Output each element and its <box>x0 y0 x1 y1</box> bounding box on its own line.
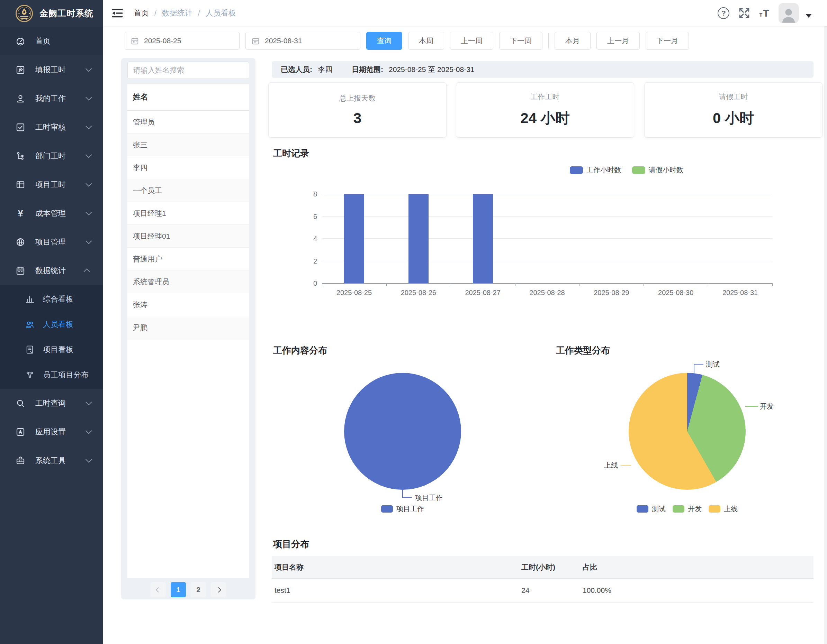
query-button[interactable]: 查询 <box>366 32 402 50</box>
chevron-down-icon <box>86 209 92 215</box>
page-button-1[interactable]: 1 <box>171 582 186 597</box>
scrollbar-track[interactable] <box>824 26 827 644</box>
sidebar-item[interactable]: 工时查询 <box>0 389 103 417</box>
people-panel: 姓名 管理员张三李四一个员工项目经理1项目经理01普通用户系统管理员张涛尹鹏 1… <box>121 58 256 599</box>
breadcrumb-section[interactable]: 数据统计 <box>162 8 192 18</box>
person-row[interactable]: 张三 <box>127 134 249 156</box>
sidebar-item[interactable]: 应用设置 <box>0 417 103 446</box>
collapse-sidebar-icon[interactable] <box>111 7 124 19</box>
legend-item[interactable]: 请假小时数 <box>632 165 683 175</box>
sidebar-subitem[interactable]: 员工项目分布 <box>0 362 103 387</box>
names-table: 姓名 管理员张三李四一个员工项目经理1项目经理01普通用户系统管理员张涛尹鹏 <box>127 84 249 578</box>
tree-icon <box>15 151 26 161</box>
sidebar-subitem[interactable]: 项目看板 <box>0 337 103 362</box>
breadcrumb-current: 人员看板 <box>206 8 236 18</box>
pie1-legend: 项目工作 <box>344 504 461 513</box>
sidebar-item[interactable]: 项目工时 <box>0 170 103 199</box>
project-col-header: 项目名称 <box>272 556 518 578</box>
quick-range-button[interactable]: 上一月 <box>596 32 640 50</box>
search-input[interactable] <box>127 62 249 79</box>
person-row[interactable]: 尹鹏 <box>127 316 249 339</box>
sidebar-item[interactable]: 首页 <box>0 26 103 55</box>
end-date-value: 2025-08-31 <box>265 37 302 45</box>
dropdown-caret-icon[interactable] <box>805 14 812 18</box>
legend-item[interactable]: 上线 <box>708 504 738 513</box>
legend-item[interactable]: 开发 <box>673 504 702 513</box>
bar-chart-title: 工时记录 <box>273 147 309 159</box>
user-icon <box>15 93 26 104</box>
fullscreen-icon[interactable] <box>738 7 750 19</box>
pie2-leader-line <box>694 364 704 364</box>
money-icon: ¥ <box>15 208 26 219</box>
legend-swatch <box>570 166 583 174</box>
date-range-label: 日期范围: <box>352 65 383 75</box>
start-date-input[interactable]: 2025-08-25 <box>125 32 240 50</box>
check-icon <box>15 122 26 132</box>
chevron-down-icon <box>86 456 92 462</box>
legend-swatch <box>637 505 648 513</box>
x-axis-tick: 2025-08-29 <box>594 289 629 297</box>
pie2-legend: 测试开发上线 <box>629 504 746 513</box>
names-column-header: 姓名 <box>127 84 249 111</box>
legend-item[interactable]: 测试 <box>637 504 666 513</box>
page-button-2[interactable]: 2 <box>191 582 206 597</box>
selected-person-value: 李四 <box>318 65 332 75</box>
legend-item[interactable]: 项目工作 <box>381 504 424 513</box>
person-row[interactable]: 管理员 <box>127 111 249 134</box>
stat-card-days: 总上报天数 3 <box>268 82 446 138</box>
selection-summary-bar: 已选人员: 李四 日期范围: 2025-08-25 至 2025-08-31 <box>272 61 813 78</box>
work-hours-bar <box>473 194 493 283</box>
chevron-up-icon <box>83 268 90 275</box>
person-row[interactable]: 张涛 <box>127 293 249 316</box>
chart-icon <box>25 294 34 304</box>
filter-bar: 2025-08-25 2025-08-31 查询 本周上一周下一周 本月上一月下… <box>125 32 689 50</box>
person-row[interactable]: 项目经理1 <box>127 202 249 225</box>
sidebar-item[interactable]: 我的工作 <box>0 84 103 113</box>
next-page-button[interactable] <box>211 582 226 597</box>
edit-icon <box>15 65 26 75</box>
app-logo[interactable]: 金阙工时系统 <box>0 0 103 26</box>
sidebar-item[interactable]: 数据统计 <box>0 256 103 285</box>
person-row[interactable]: 一个员工 <box>127 179 249 202</box>
quick-range-button[interactable]: 本月 <box>555 32 591 50</box>
sidebar-item[interactable]: ¥成本管理 <box>0 199 103 227</box>
stat-value: 0 小时 <box>713 109 754 128</box>
person-row[interactable]: 普通用户 <box>127 247 249 271</box>
sidebar-subitem[interactable]: 综合看板 <box>0 286 103 312</box>
quick-range-button[interactable]: 下一周 <box>499 32 543 50</box>
end-date-input[interactable]: 2025-08-31 <box>245 32 360 50</box>
quick-range-button[interactable]: 上一周 <box>450 32 493 50</box>
sidebar-item[interactable]: 项目管理 <box>0 227 103 256</box>
calendar-icon <box>131 37 139 45</box>
sidebar-item[interactable]: 部门工时 <box>0 142 103 170</box>
top-header: 首页 / 数据统计 / 人员看板 ? тT <box>103 0 827 26</box>
y-axis-tick: 0 <box>302 280 317 288</box>
avatar[interactable] <box>779 3 799 23</box>
legend-item[interactable]: 工作小时数 <box>570 165 621 175</box>
sidebar-subitem[interactable]: 人员看板 <box>0 312 103 337</box>
person-row[interactable]: 系统管理员 <box>127 271 249 293</box>
x-axis-tick: 2025-08-26 <box>401 289 436 297</box>
chevron-down-icon <box>86 180 92 187</box>
font-size-icon[interactable]: тT <box>759 7 769 19</box>
date-range-value: 2025-08-25 至 2025-08-31 <box>389 65 474 75</box>
breadcrumb-home[interactable]: 首页 <box>134 8 149 18</box>
person-row[interactable]: 项目经理01 <box>127 225 249 247</box>
search-icon <box>15 398 26 409</box>
sidebar-item[interactable]: 工时审核 <box>0 113 103 142</box>
app-window: 金阙工时系统 首页填报工时我的工作工时审核部门工时项目工时¥成本管理项目管理数据… <box>0 0 827 644</box>
logo-icon <box>15 5 33 22</box>
prev-page-button[interactable] <box>151 582 166 597</box>
people-icon <box>25 320 34 329</box>
quick-range-button[interactable]: 下一月 <box>646 32 689 50</box>
breadcrumb: 首页 / 数据统计 / 人员看板 <box>134 0 236 26</box>
person-row[interactable]: 李四 <box>127 156 249 179</box>
y-axis-tick: 8 <box>302 190 317 198</box>
project-table: 项目名称工时(小时)占比 test124100.00% <box>272 556 813 603</box>
sidebar-item[interactable]: 填报工时 <box>0 55 103 84</box>
document-icon <box>25 345 34 355</box>
help-icon[interactable]: ? <box>718 7 729 19</box>
sidebar-item[interactable]: 系统工具 <box>0 446 103 475</box>
quick-range-button[interactable]: 本周 <box>408 32 444 50</box>
sidebar: 金阙工时系统 首页填报工时我的工作工时审核部门工时项目工时¥成本管理项目管理数据… <box>0 0 103 644</box>
